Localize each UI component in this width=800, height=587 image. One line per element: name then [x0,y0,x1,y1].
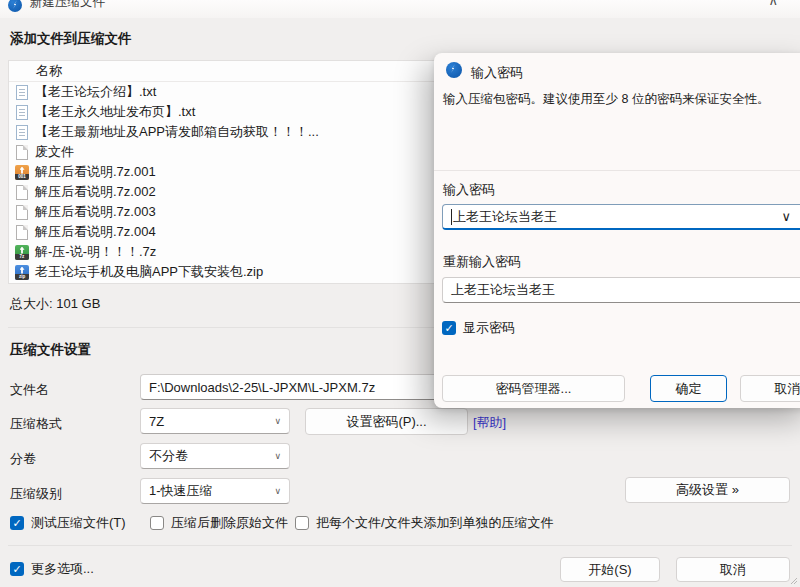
total-size-text: 总大小: 101 GB [10,295,100,313]
show-password-checkbox[interactable]: ✓ 显示密码 [442,319,515,337]
checkbox-unchecked-icon[interactable] [295,516,309,530]
set-password-button[interactable]: 设置密码(P)... [305,408,468,435]
blank-file-icon [16,205,28,220]
format-select[interactable]: 7Z ∨ [140,408,290,434]
text-caret [451,209,452,225]
section-add-files-title: 添加文件到压缩文件 [10,30,132,48]
volume-label: 分卷 [10,450,36,468]
divider [434,170,800,171]
delete-after-checkbox[interactable]: 压缩后删除原始文件 [150,514,288,532]
chevron-down-icon: ∨ [274,486,281,496]
dialog-description: 输入压缩包密码。建议使用至少 8 位的密码来保证安全性。 [443,91,800,108]
chevron-down-icon: ∨ [274,416,281,426]
txt-file-icon [16,85,28,100]
dialog-title: 输入密码 [471,64,523,82]
checkbox-unchecked-icon[interactable] [150,516,164,530]
filename-label: 文件名 [10,381,49,399]
start-button[interactable]: 开始(S) [560,557,660,582]
password-input[interactable]: 上老王论坛当老王 ∨ [442,204,800,230]
password-manager-button[interactable]: 密码管理器... [442,375,625,402]
advanced-settings-button[interactable]: 高级设置 » [625,477,790,503]
test-archive-checkbox[interactable]: ✓ 测试压缩文件(T) [10,514,126,532]
divider [8,545,792,546]
chevron-down-icon: ∨ [274,451,281,461]
archive-zip-icon: zip [15,265,29,280]
checkbox-checked-icon[interactable]: ✓ [10,516,24,530]
password-dialog: 输入密码 输入压缩包密码。建议使用至少 8 位的密码来保证安全性。 输入密码 上… [434,53,800,408]
format-label: 压缩格式 [10,415,62,433]
confirm-password-input[interactable]: 上老王论坛当老王 [442,277,800,303]
separate-archives-checkbox[interactable]: 把每个文件/文件夹添加到单独的压缩文件 [295,514,554,532]
txt-file-icon [16,125,28,140]
txt-file-icon [16,105,28,120]
close-icon[interactable]: ∧ [768,0,778,8]
archive-7z-icon: 7z [15,245,29,260]
volume-select[interactable]: 不分卷 ∨ [140,443,290,469]
blank-file-icon [16,145,28,160]
more-options-checkbox[interactable]: ✓ 更多选项... [10,560,94,578]
blank-file-icon [16,185,28,200]
title-bar: 新建压缩文件 ∧ [0,0,800,18]
ok-button[interactable]: 确定 [650,375,727,402]
resize-grip-icon[interactable] [790,577,797,584]
window-title: 新建压缩文件 [30,0,105,11]
help-link[interactable]: [帮助] [473,414,506,432]
blank-file-icon [16,225,28,240]
password-label: 输入密码 [443,181,495,199]
section-settings-title: 压缩文件设置 [10,341,91,359]
app-logo-icon [8,0,22,12]
level-label: 压缩级别 [10,485,62,503]
archive-001-icon: 001 [15,165,29,180]
chevron-down-icon[interactable]: ∨ [781,209,791,224]
main-cancel-button[interactable]: 取消 [676,557,790,582]
checkbox-checked-icon[interactable]: ✓ [10,562,24,576]
confirm-password-label: 重新输入密码 [443,253,521,271]
dialog-cancel-button[interactable]: 取消 [740,375,800,402]
level-select[interactable]: 1-快速压缩 ∨ [140,478,290,504]
bandizip-logo-icon [446,62,462,78]
checkbox-checked-icon[interactable]: ✓ [442,321,456,335]
